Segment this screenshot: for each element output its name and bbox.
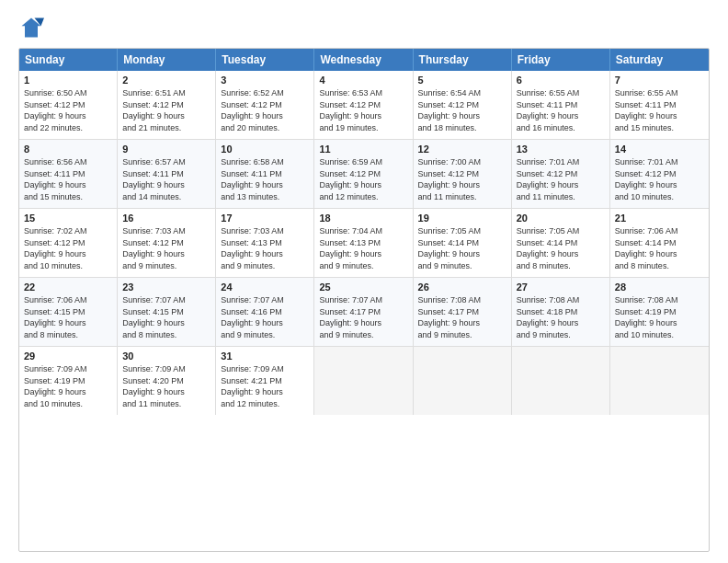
- empty-cell: [610, 347, 709, 415]
- day-number: 30: [122, 350, 210, 362]
- header-day-wednesday: Wednesday: [314, 49, 413, 71]
- calendar-row-4: 29Sunrise: 7:09 AMSunset: 4:19 PMDayligh…: [19, 347, 709, 415]
- day-info: Sunrise: 7:01 AMSunset: 4:12 PMDaylight:…: [517, 156, 605, 202]
- day-cell-22: 22Sunrise: 7:06 AMSunset: 4:15 PMDayligh…: [19, 278, 118, 346]
- day-info: Sunrise: 7:03 AMSunset: 4:12 PMDaylight:…: [122, 225, 210, 271]
- day-cell-19: 19Sunrise: 7:05 AMSunset: 4:14 PMDayligh…: [414, 209, 512, 277]
- day-number: 2: [122, 75, 210, 86]
- day-number: 26: [418, 282, 506, 293]
- day-info: Sunrise: 7:00 AMSunset: 4:12 PMDaylight:…: [418, 156, 506, 202]
- day-cell-18: 18Sunrise: 7:04 AMSunset: 4:13 PMDayligh…: [314, 209, 413, 277]
- day-info: Sunrise: 7:07 AMSunset: 4:15 PMDaylight:…: [122, 294, 210, 340]
- day-number: 31: [221, 350, 309, 362]
- day-number: 14: [615, 144, 704, 155]
- day-number: 9: [122, 144, 210, 155]
- calendar: SundayMondayTuesdayWednesdayThursdayFrid…: [18, 48, 710, 552]
- day-cell-12: 12Sunrise: 7:00 AMSunset: 4:12 PMDayligh…: [414, 140, 512, 208]
- header: [18, 15, 710, 40]
- day-number: 11: [319, 144, 407, 155]
- day-info: Sunrise: 7:07 AMSunset: 4:17 PMDaylight:…: [319, 294, 407, 340]
- day-cell-6: 6Sunrise: 6:55 AMSunset: 4:11 PMDaylight…: [512, 71, 610, 139]
- page: SundayMondayTuesdayWednesdayThursdayFrid…: [0, 0, 728, 563]
- day-info: Sunrise: 7:08 AMSunset: 4:18 PMDaylight:…: [517, 294, 605, 340]
- day-number: 18: [319, 213, 407, 224]
- day-cell-9: 9Sunrise: 6:57 AMSunset: 4:11 PMDaylight…: [118, 140, 216, 208]
- day-cell-11: 11Sunrise: 6:59 AMSunset: 4:12 PMDayligh…: [314, 140, 413, 208]
- day-cell-30: 30Sunrise: 7:09 AMSunset: 4:20 PMDayligh…: [118, 347, 216, 415]
- day-number: 29: [24, 350, 112, 362]
- day-info: Sunrise: 6:52 AMSunset: 4:12 PMDaylight:…: [221, 87, 309, 133]
- day-info: Sunrise: 6:50 AMSunset: 4:12 PMDaylight:…: [24, 87, 112, 133]
- header-day-friday: Friday: [512, 49, 610, 71]
- day-number: 21: [615, 213, 704, 224]
- empty-cell: [512, 347, 610, 415]
- day-info: Sunrise: 7:04 AMSunset: 4:13 PMDaylight:…: [319, 225, 407, 271]
- day-number: 13: [517, 144, 605, 155]
- day-number: 25: [319, 282, 407, 293]
- day-cell-15: 15Sunrise: 7:02 AMSunset: 4:12 PMDayligh…: [19, 209, 118, 277]
- day-info: Sunrise: 6:57 AMSunset: 4:11 PMDaylight:…: [122, 156, 210, 202]
- day-cell-1: 1Sunrise: 6:50 AMSunset: 4:12 PMDaylight…: [19, 71, 118, 139]
- day-info: Sunrise: 7:09 AMSunset: 4:21 PMDaylight:…: [221, 363, 309, 409]
- calendar-body: 1Sunrise: 6:50 AMSunset: 4:12 PMDaylight…: [19, 71, 709, 415]
- day-number: 5: [418, 75, 506, 86]
- day-number: 10: [221, 144, 309, 155]
- day-info: Sunrise: 7:02 AMSunset: 4:12 PMDaylight:…: [24, 225, 112, 271]
- day-info: Sunrise: 7:06 AMSunset: 4:15 PMDaylight:…: [24, 294, 112, 340]
- empty-cell: [314, 347, 413, 415]
- day-info: Sunrise: 6:51 AMSunset: 4:12 PMDaylight:…: [122, 87, 210, 133]
- day-info: Sunrise: 7:03 AMSunset: 4:13 PMDaylight:…: [221, 225, 309, 271]
- day-cell-13: 13Sunrise: 7:01 AMSunset: 4:12 PMDayligh…: [512, 140, 610, 208]
- day-number: 16: [122, 213, 210, 224]
- day-number: 12: [418, 144, 506, 155]
- day-number: 15: [24, 213, 112, 224]
- day-cell-5: 5Sunrise: 6:54 AMSunset: 4:12 PMDaylight…: [414, 71, 512, 139]
- day-cell-10: 10Sunrise: 6:58 AMSunset: 4:11 PMDayligh…: [216, 140, 314, 208]
- day-cell-28: 28Sunrise: 7:08 AMSunset: 4:19 PMDayligh…: [610, 278, 709, 346]
- day-number: 6: [517, 75, 605, 86]
- day-info: Sunrise: 7:09 AMSunset: 4:19 PMDaylight:…: [24, 363, 112, 409]
- day-cell-20: 20Sunrise: 7:05 AMSunset: 4:14 PMDayligh…: [512, 209, 610, 277]
- day-info: Sunrise: 7:05 AMSunset: 4:14 PMDaylight:…: [418, 225, 506, 271]
- day-cell-23: 23Sunrise: 7:07 AMSunset: 4:15 PMDayligh…: [118, 278, 216, 346]
- day-cell-17: 17Sunrise: 7:03 AMSunset: 4:13 PMDayligh…: [216, 209, 314, 277]
- day-number: 24: [221, 282, 309, 293]
- day-cell-31: 31Sunrise: 7:09 AMSunset: 4:21 PMDayligh…: [216, 347, 314, 415]
- empty-cell: [414, 347, 512, 415]
- day-cell-16: 16Sunrise: 7:03 AMSunset: 4:12 PMDayligh…: [118, 209, 216, 277]
- calendar-row-2: 15Sunrise: 7:02 AMSunset: 4:12 PMDayligh…: [19, 209, 709, 278]
- day-info: Sunrise: 7:09 AMSunset: 4:20 PMDaylight:…: [122, 363, 210, 409]
- day-info: Sunrise: 6:58 AMSunset: 4:11 PMDaylight:…: [221, 156, 309, 202]
- calendar-row-3: 22Sunrise: 7:06 AMSunset: 4:15 PMDayligh…: [19, 278, 709, 347]
- day-cell-8: 8Sunrise: 6:56 AMSunset: 4:11 PMDaylight…: [19, 140, 118, 208]
- day-info: Sunrise: 7:06 AMSunset: 4:14 PMDaylight:…: [615, 225, 704, 271]
- day-info: Sunrise: 7:05 AMSunset: 4:14 PMDaylight:…: [517, 225, 605, 271]
- header-day-monday: Monday: [118, 49, 216, 71]
- header-day-thursday: Thursday: [414, 49, 512, 71]
- day-number: 22: [24, 282, 112, 293]
- logo: [18, 15, 48, 40]
- day-number: 23: [122, 282, 210, 293]
- day-cell-7: 7Sunrise: 6:55 AMSunset: 4:11 PMDaylight…: [610, 71, 709, 139]
- day-cell-2: 2Sunrise: 6:51 AMSunset: 4:12 PMDaylight…: [118, 71, 216, 139]
- day-cell-25: 25Sunrise: 7:07 AMSunset: 4:17 PMDayligh…: [314, 278, 413, 346]
- day-cell-4: 4Sunrise: 6:53 AMSunset: 4:12 PMDaylight…: [314, 71, 413, 139]
- day-cell-29: 29Sunrise: 7:09 AMSunset: 4:19 PMDayligh…: [19, 347, 118, 415]
- day-cell-26: 26Sunrise: 7:08 AMSunset: 4:17 PMDayligh…: [414, 278, 512, 346]
- day-number: 19: [418, 213, 506, 224]
- day-number: 1: [24, 75, 112, 86]
- day-number: 20: [517, 213, 605, 224]
- calendar-row-0: 1Sunrise: 6:50 AMSunset: 4:12 PMDaylight…: [19, 71, 709, 140]
- header-day-sunday: Sunday: [19, 49, 118, 71]
- calendar-row-1: 8Sunrise: 6:56 AMSunset: 4:11 PMDaylight…: [19, 140, 709, 209]
- day-cell-27: 27Sunrise: 7:08 AMSunset: 4:18 PMDayligh…: [512, 278, 610, 346]
- day-number: 7: [615, 75, 704, 86]
- day-info: Sunrise: 6:59 AMSunset: 4:12 PMDaylight:…: [319, 156, 407, 202]
- day-number: 28: [615, 282, 704, 293]
- day-info: Sunrise: 6:55 AMSunset: 4:11 PMDaylight:…: [517, 87, 605, 133]
- day-info: Sunrise: 7:07 AMSunset: 4:16 PMDaylight:…: [221, 294, 309, 340]
- day-number: 27: [517, 282, 605, 293]
- day-info: Sunrise: 6:55 AMSunset: 4:11 PMDaylight:…: [615, 87, 704, 133]
- day-info: Sunrise: 6:53 AMSunset: 4:12 PMDaylight:…: [319, 87, 407, 133]
- calendar-header: SundayMondayTuesdayWednesdayThursdayFrid…: [19, 49, 709, 71]
